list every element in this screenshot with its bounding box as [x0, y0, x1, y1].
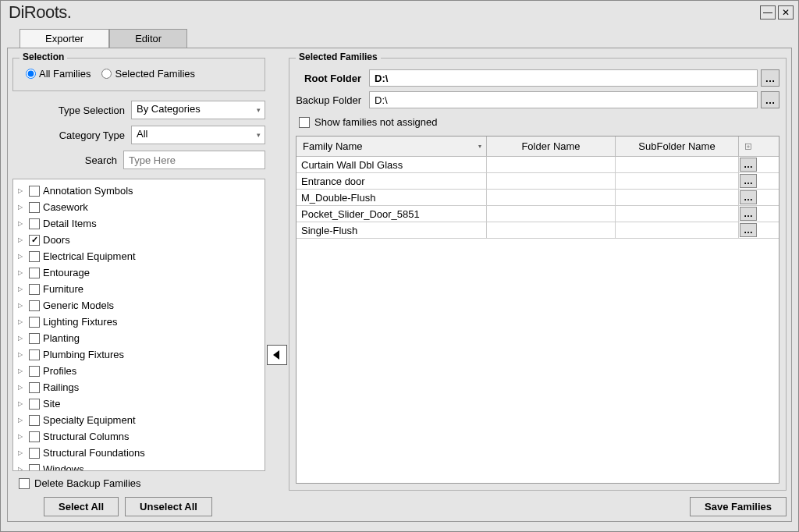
cell-subfolder-name	[616, 157, 739, 172]
expand-icon: ▷	[18, 335, 26, 342]
tab-exporter[interactable]: Exporter	[20, 29, 109, 48]
delete-backup-label: Delete Backup Families	[34, 477, 141, 489]
expand-icon: ▷	[18, 220, 26, 227]
root-folder-browse-button[interactable]: …	[761, 69, 779, 87]
row-options-button[interactable]: …	[740, 190, 757, 204]
close-button[interactable]: ✕	[778, 5, 794, 20]
radio-selected-families[interactable]: Selected Families	[101, 68, 195, 80]
expand-icon: ▷	[18, 384, 26, 391]
tree-checkbox[interactable]	[29, 366, 40, 377]
tree-checkbox[interactable]	[29, 300, 40, 311]
tree-checkbox[interactable]	[29, 382, 40, 393]
tree-checkbox[interactable]	[29, 464, 40, 472]
row-options-button[interactable]: …	[740, 174, 757, 188]
tree-checkbox[interactable]	[29, 268, 40, 278]
tree-checkbox[interactable]	[29, 415, 40, 426]
tree-item[interactable]: ▷Site	[15, 395, 263, 412]
backup-folder-input[interactable]	[369, 91, 758, 108]
table-row[interactable]: Curtain Wall Dbl Glass…	[297, 157, 779, 173]
row-options-button[interactable]: …	[740, 223, 757, 237]
chevron-down-icon: ▾	[478, 143, 481, 150]
column-family-name[interactable]: Family Name▾	[297, 137, 487, 156]
tree-checkbox[interactable]	[29, 333, 40, 344]
app-window: DiRoots. — ✕ Exporter Editor Selection A…	[0, 0, 799, 532]
type-selection-dropdown[interactable]: By Categories	[131, 101, 265, 119]
tree-label: Structural Foundations	[43, 447, 145, 459]
tree-label: Planting	[43, 332, 80, 344]
tree-item[interactable]: ▷Profiles	[15, 363, 263, 379]
tree-item[interactable]: ▷Entourage	[15, 264, 263, 281]
cell-family-name: Curtain Wall Dbl Glass	[297, 157, 487, 172]
row-options-button[interactable]: …	[740, 158, 757, 172]
tree-checkbox[interactable]	[29, 186, 40, 197]
delete-backup-checkbox[interactable]	[19, 478, 30, 489]
tab-editor[interactable]: Editor	[109, 29, 187, 48]
tree-label: Structural Columns	[43, 431, 130, 442]
root-folder-input[interactable]	[369, 69, 758, 87]
tree-item[interactable]: ▷Specialty Equipment	[15, 412, 263, 428]
show-not-assigned-checkbox[interactable]	[299, 117, 310, 128]
expand-icon: ▷	[18, 236, 26, 243]
save-families-button[interactable]: Save Families	[690, 497, 787, 516]
row-options-button[interactable]: …	[740, 207, 757, 221]
tree-label: Profiles	[43, 365, 76, 377]
tree-label: Entourage	[43, 267, 90, 278]
tree-item[interactable]: ▷Casework	[15, 199, 263, 215]
select-all-button[interactable]: Select All	[44, 497, 119, 516]
tree-item[interactable]: ▷Windows	[15, 461, 263, 471]
column-settings[interactable]	[739, 137, 758, 156]
tree-item[interactable]: ▷Furniture	[15, 281, 263, 297]
radio-all-families[interactable]: All Families	[26, 68, 91, 80]
minimize-button[interactable]: —	[760, 5, 776, 20]
search-label: Search	[12, 154, 123, 166]
cell-family-name: Entrance door	[297, 173, 487, 189]
expand-icon: ▷	[18, 302, 26, 309]
expand-icon: ▷	[18, 367, 26, 374]
cell-folder-name	[487, 190, 616, 205]
expand-icon: ▷	[18, 433, 26, 440]
tree-checkbox[interactable]	[29, 218, 40, 229]
tree-item[interactable]: ▷Detail Items	[15, 215, 263, 232]
column-folder-name[interactable]: Folder Name	[487, 137, 616, 156]
tree-label: Furniture	[43, 283, 83, 295]
tree-checkbox[interactable]	[29, 431, 40, 442]
tree-checkbox[interactable]	[29, 448, 40, 459]
tree-checkbox[interactable]	[29, 251, 40, 262]
tree-checkbox[interactable]	[29, 317, 40, 328]
tree-item[interactable]: ▷Annotation Symbols	[15, 183, 263, 199]
tree-label: Doors	[43, 234, 70, 246]
svg-marker-0	[273, 350, 279, 360]
selection-group: Selection All Families Selected Families	[12, 58, 265, 91]
tree-item[interactable]: ▷Generic Models	[15, 297, 263, 314]
tree-item[interactable]: ▷Electrical Equipment	[15, 248, 263, 264]
selected-families-title: Selected Families	[296, 51, 381, 62]
show-not-assigned-label: Show families not assigned	[314, 116, 438, 128]
tree-checkbox[interactable]	[29, 202, 40, 213]
table-row[interactable]: M_Double-Flush…	[297, 190, 779, 206]
tree-item[interactable]: ▷Structural Columns	[15, 428, 263, 445]
cell-folder-name	[487, 173, 616, 189]
tree-checkbox[interactable]	[29, 349, 40, 360]
tree-checkbox[interactable]	[29, 284, 40, 295]
tree-item[interactable]: ▷Planting	[15, 330, 263, 346]
category-type-dropdown[interactable]: All	[131, 126, 265, 144]
backup-folder-browse-button[interactable]: …	[761, 91, 779, 108]
search-input[interactable]	[123, 151, 265, 169]
tree-item[interactable]: ▷Doors	[15, 232, 263, 248]
tree-label: Casework	[43, 201, 88, 213]
tree-label: Site	[43, 398, 60, 410]
tree-checkbox[interactable]	[29, 399, 40, 410]
tree-checkbox[interactable]	[29, 235, 40, 246]
tree-item[interactable]: ▷Lighting Fixtures	[15, 314, 263, 330]
table-row[interactable]: Pocket_Slider_Door_5851…	[297, 206, 779, 222]
unselect-all-button[interactable]: Unselect All	[125, 497, 212, 516]
table-row[interactable]: Single-Flush…	[297, 222, 779, 239]
table-row[interactable]: Entrance door…	[297, 173, 779, 190]
tree-label: Windows	[43, 463, 84, 471]
category-tree[interactable]: ▷Annotation Symbols▷Casework▷Detail Item…	[12, 179, 265, 471]
tree-item[interactable]: ▷Structural Foundations	[15, 445, 263, 461]
tree-item[interactable]: ▷Railings	[15, 379, 263, 395]
column-subfolder-name[interactable]: SubFolder Name	[616, 137, 739, 156]
tree-item[interactable]: ▷Plumbing Fixtures	[15, 346, 263, 363]
move-left-button[interactable]	[267, 345, 287, 365]
